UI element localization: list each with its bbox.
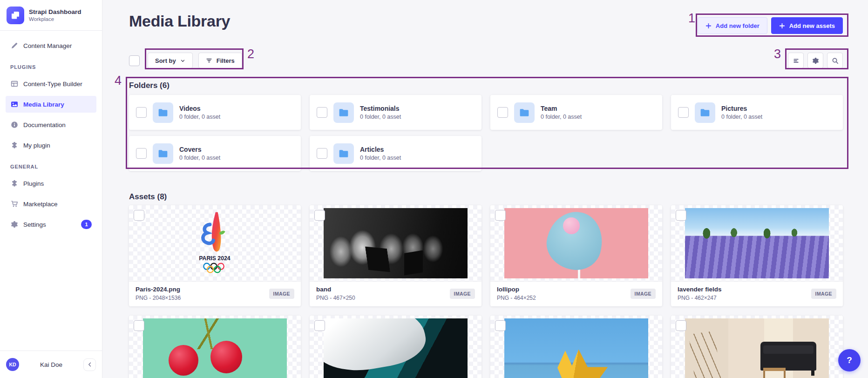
- add-new-assets-button[interactable]: Add new assets: [771, 17, 843, 34]
- folder-checkbox[interactable]: [317, 107, 327, 118]
- add-new-assets-label: Add new assets: [789, 22, 835, 29]
- sidebar-section-general: GENERAL: [10, 164, 92, 169]
- folder-checkbox[interactable]: [678, 107, 689, 118]
- help-button[interactable]: ?: [838, 349, 861, 371]
- asset-name: Paris-2024.png: [136, 286, 181, 293]
- filters-button[interactable]: Filters: [198, 53, 242, 68]
- asset-checkbox[interactable]: [676, 320, 686, 331]
- sidebar-item-plugins[interactable]: Plugins: [6, 175, 96, 192]
- folder-card-articles[interactable]: Articles 0 folder, 0 asset: [310, 136, 481, 171]
- sidebar-item-label: Settings: [23, 221, 46, 228]
- chevron-left-icon: [87, 362, 93, 367]
- thumbnail-art: [365, 243, 390, 275]
- asset-meta: PNG - 462×247: [678, 295, 722, 301]
- search-button[interactable]: [827, 53, 843, 68]
- asset-name: lavender fields: [678, 286, 722, 293]
- asset-card-cherries[interactable]: [129, 316, 301, 378]
- folder-card-pictures[interactable]: Pictures 0 folder, 0 asset: [671, 95, 843, 130]
- folder-card-testimonials[interactable]: Testimonials 0 folder, 0 asset: [310, 95, 481, 130]
- sidebar-item-label: Marketplace: [23, 201, 58, 208]
- asset-media: [310, 316, 481, 378]
- folder-card-covers[interactable]: Covers 0 folder, 0 asset: [129, 136, 301, 171]
- add-new-folder-label: Add new folder: [716, 22, 760, 29]
- paris-2024-logo: PARIS 2024: [190, 209, 239, 277]
- sidebar-item-content-manager[interactable]: Content Manager: [6, 37, 96, 54]
- asset-text: lavender fields PNG - 462×247: [678, 286, 722, 301]
- folder-name: Articles: [360, 146, 401, 153]
- folder-card-team[interactable]: Team 0 folder, 0 asset: [490, 95, 662, 130]
- brand-subtitle: Workplace: [29, 16, 81, 22]
- thumbnail-art: [324, 318, 468, 378]
- asset-checkbox[interactable]: [495, 320, 506, 331]
- pen-icon: [10, 42, 18, 50]
- user-row: KD Kai Doe: [0, 351, 102, 378]
- asset-thumbnail: [324, 318, 468, 378]
- asset-checkbox[interactable]: [134, 210, 144, 221]
- asset-card-paper-boat[interactable]: [490, 316, 662, 378]
- folder-checkbox[interactable]: [317, 148, 327, 159]
- info-icon: [10, 121, 18, 129]
- asset-thumbnail: [504, 318, 649, 378]
- strapi-logo-icon: [7, 7, 24, 24]
- toolbar-left: Sort by Filters: [129, 53, 242, 68]
- folder-checkbox[interactable]: [136, 107, 147, 118]
- settings-notification-badge: 1: [81, 220, 92, 229]
- asset-checkbox[interactable]: [314, 320, 325, 331]
- asset-checkbox[interactable]: [134, 320, 144, 331]
- sidebar-item-marketplace[interactable]: Marketplace: [6, 196, 96, 212]
- folder-meta: 0 folder, 0 asset: [179, 155, 220, 161]
- settings-view-button[interactable]: [807, 53, 823, 68]
- folder-text: Videos 0 folder, 0 asset: [179, 105, 220, 120]
- sidebar-item-content-type-builder[interactable]: Content-Type Builder: [6, 75, 96, 92]
- asset-grid: PARIS 2024 Paris-2024.png PNG - 2048×153…: [129, 205, 843, 378]
- asset-card-band[interactable]: band PNG - 467×250 IMAGE: [310, 205, 481, 306]
- asset-card-lavender-fields[interactable]: lavender fields PNG - 462×247 IMAGE: [671, 205, 843, 306]
- asset-text: lollipop PNG - 464×252: [497, 286, 536, 301]
- asset-type-badge: IMAGE: [811, 289, 836, 299]
- folder-icon: [153, 102, 173, 123]
- asset-card-sofa[interactable]: [671, 316, 843, 378]
- asset-info: lavender fields PNG - 462×247 IMAGE: [671, 281, 843, 306]
- folder-card-videos[interactable]: Videos 0 folder, 0 asset: [129, 95, 301, 130]
- collapse-sidebar-button[interactable]: [83, 358, 96, 371]
- main-content: Media Library Add new folder Add new ass…: [102, 0, 868, 378]
- asset-name: lollipop: [497, 286, 536, 293]
- asset-info: Paris-2024.png PNG - 2048×1536 IMAGE: [129, 281, 301, 306]
- folder-name: Pictures: [721, 105, 762, 112]
- asset-checkbox[interactable]: [314, 210, 325, 221]
- asset-card-iceberg[interactable]: [310, 316, 481, 378]
- sidebar-item-label: My plugin: [23, 142, 50, 149]
- folder-checkbox[interactable]: [497, 107, 508, 118]
- sidebar-item-media-library[interactable]: Media Library: [6, 96, 96, 113]
- asset-type-badge: IMAGE: [269, 289, 294, 299]
- thumbnail-art: [553, 349, 609, 378]
- thumbnail-art: [190, 318, 226, 349]
- folder-text: Covers 0 folder, 0 asset: [179, 146, 220, 161]
- folder-name: Team: [541, 105, 582, 112]
- workspace-switcher[interactable]: Strapi Dashboard Workplace: [0, 0, 102, 30]
- brand-text: Strapi Dashboard Workplace: [29, 8, 81, 22]
- folder-name: Testimonials: [360, 105, 401, 112]
- sort-by-button[interactable]: Sort by: [148, 53, 193, 68]
- asset-checkbox[interactable]: [676, 210, 686, 221]
- asset-thumbnail: [324, 208, 468, 278]
- select-all-checkbox[interactable]: [129, 55, 140, 66]
- sidebar-item-settings[interactable]: Settings 1: [6, 216, 96, 233]
- asset-text: Paris-2024.png PNG - 2048×1536: [136, 286, 181, 301]
- avatar[interactable]: KD: [6, 358, 19, 371]
- folder-meta: 0 folder, 0 asset: [179, 114, 220, 120]
- chevron-down-icon: [180, 58, 185, 63]
- sidebar-item-my-plugin[interactable]: My plugin: [6, 137, 96, 154]
- asset-thumbnail: [504, 208, 649, 278]
- list-view-button[interactable]: [788, 53, 804, 68]
- add-new-folder-button[interactable]: Add new folder: [698, 17, 767, 34]
- folder-checkbox[interactable]: [136, 148, 147, 159]
- sidebar-item-documentation[interactable]: Documentation: [6, 116, 96, 133]
- asset-type-badge: IMAGE: [450, 289, 475, 299]
- asset-card-paris-2024[interactable]: PARIS 2024 Paris-2024.png PNG - 2048×153…: [129, 205, 301, 306]
- folder-icon: [333, 102, 354, 123]
- picture-icon: [10, 101, 18, 108]
- asset-thumbnail: [143, 318, 287, 378]
- asset-card-lollipop[interactable]: lollipop PNG - 464×252 IMAGE: [490, 205, 662, 306]
- asset-checkbox[interactable]: [495, 210, 506, 221]
